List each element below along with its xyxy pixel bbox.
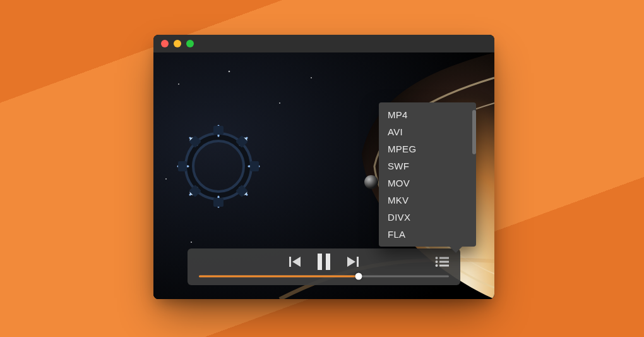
next-track-button[interactable]: [346, 256, 359, 267]
svg-point-31: [191, 242, 192, 243]
window-titlebar: [153, 35, 494, 52]
svg-point-29: [229, 71, 230, 73]
format-item[interactable]: MOV: [379, 175, 474, 192]
popover-scrollbar[interactable]: [472, 107, 476, 242]
pause-button[interactable]: [317, 254, 331, 270]
svg-point-38: [436, 257, 438, 259]
playback-controls: [188, 248, 460, 285]
svg-point-40: [436, 260, 438, 263]
close-icon[interactable]: [161, 40, 169, 47]
svg-point-33: [165, 178, 167, 180]
svg-rect-41: [439, 261, 449, 263]
format-item[interactable]: MKV: [379, 192, 474, 209]
progress-fill: [199, 276, 359, 278]
format-item[interactable]: FLA: [379, 226, 474, 243]
svg-point-42: [436, 264, 438, 267]
popover-scrollbar-thumb[interactable]: [472, 110, 476, 154]
format-item[interactable]: MPEG: [379, 140, 474, 157]
format-item[interactable]: AVI: [379, 123, 474, 140]
svg-rect-23: [250, 161, 259, 171]
svg-point-32: [311, 77, 312, 78]
svg-point-30: [279, 102, 280, 104]
svg-rect-37: [357, 257, 359, 267]
svg-rect-35: [318, 254, 322, 270]
formats-popover: MP4 AVI MPEG SWF MOV MKV DIVX FLA: [379, 102, 476, 247]
minimize-icon[interactable]: [174, 40, 181, 47]
zoom-icon[interactable]: [186, 40, 194, 47]
player-window: MP4 AVI MPEG SWF MOV MKV DIVX FLA: [153, 35, 494, 299]
progress-bar[interactable]: [199, 274, 449, 278]
format-item[interactable]: MP4: [379, 106, 474, 123]
svg-point-28: [178, 83, 179, 85]
svg-rect-43: [439, 265, 449, 267]
svg-rect-20: [213, 126, 224, 135]
svg-rect-36: [326, 254, 330, 270]
svg-rect-22: [178, 161, 187, 171]
progress-thumb[interactable]: [355, 273, 362, 280]
svg-rect-39: [439, 257, 449, 259]
formats-list: MP4 AVI MPEG SWF MOV MKV DIVX FLA: [379, 102, 476, 247]
playlist-button[interactable]: [435, 257, 449, 267]
svg-rect-21: [213, 198, 224, 207]
svg-point-1: [364, 175, 378, 189]
svg-rect-34: [289, 257, 291, 267]
format-item[interactable]: DIVX: [379, 209, 474, 226]
format-item[interactable]: SWF: [379, 157, 474, 175]
previous-track-button[interactable]: [289, 256, 302, 267]
